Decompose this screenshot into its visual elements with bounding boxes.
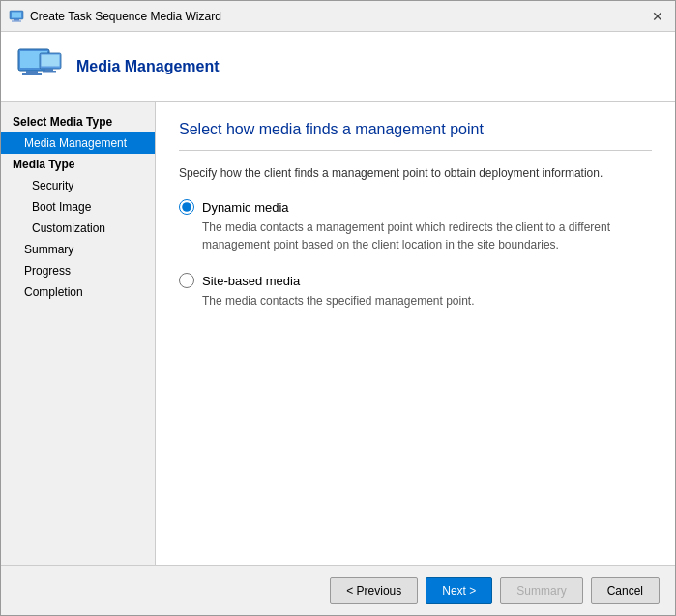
window-icon [9, 9, 24, 24]
radio-group: Dynamic media The media contacts a manag… [179, 199, 652, 309]
svg-rect-3 [12, 20, 21, 21]
site-based-desc: The media contacts the specified managem… [202, 292, 652, 309]
svg-rect-6 [26, 71, 38, 73]
dynamic-media-label[interactable]: Dynamic media [179, 199, 652, 215]
site-based-label[interactable]: Site-based media [179, 273, 652, 288]
content-area: Select Media Type Media Management Media… [1, 102, 675, 565]
main-panel: Select how media finds a management poin… [156, 102, 675, 565]
summary-button[interactable]: Summary [500, 577, 582, 604]
next-button[interactable]: Next > [426, 577, 492, 604]
dynamic-media-option: Dynamic media The media contacts a manag… [179, 199, 652, 253]
sidebar-item-media-management[interactable]: Media Management [1, 132, 155, 154]
dynamic-media-desc: The media contacts a management point wh… [202, 219, 652, 253]
sidebar-item-summary[interactable]: Summary [1, 239, 155, 260]
dynamic-media-text: Dynamic media [202, 200, 289, 215]
description: Specify how the client finds a managemen… [179, 166, 652, 180]
footer: < Previous Next > Summary Cancel [1, 565, 675, 615]
sidebar-item-boot-image[interactable]: Boot Image [1, 196, 155, 218]
wizard-window: Create Task Sequence Media Wizard ✕ Medi… [0, 0, 676, 616]
svg-rect-2 [14, 19, 19, 21]
svg-rect-10 [45, 69, 53, 71]
sidebar-mediatype-label: Media Type [1, 154, 155, 175]
svg-rect-9 [42, 54, 60, 66]
header: Media Management [1, 32, 675, 102]
svg-rect-7 [22, 73, 42, 75]
title-bar: Create Task Sequence Media Wizard ✕ [1, 1, 675, 32]
main-title: Select how media finds a management poin… [179, 121, 652, 138]
sidebar-item-security[interactable]: Security [1, 175, 155, 196]
dynamic-media-radio[interactable] [179, 199, 194, 215]
header-title: Media Management [76, 58, 220, 75]
title-bar-left: Create Task Sequence Media Wizard [9, 9, 221, 24]
sidebar-item-completion[interactable]: Completion [1, 281, 155, 303]
sidebar-item-customization[interactable]: Customization [1, 218, 155, 239]
cancel-button[interactable]: Cancel [591, 577, 660, 604]
previous-button[interactable]: < Previous [330, 577, 418, 604]
sidebar-section-label: Select Media Type [1, 111, 155, 132]
site-based-text: Site-based media [202, 274, 300, 288]
title-bar-text: Create Task Sequence Media Wizard [30, 10, 221, 23]
sidebar: Select Media Type Media Management Media… [1, 102, 156, 565]
site-based-radio[interactable] [179, 273, 194, 288]
header-icon [16, 44, 63, 90]
svg-rect-1 [12, 12, 21, 17]
svg-rect-11 [43, 71, 56, 73]
sidebar-item-progress[interactable]: Progress [1, 260, 155, 281]
close-button[interactable]: ✕ [648, 7, 667, 26]
divider [179, 150, 652, 151]
site-based-option: Site-based media The media contacts the … [179, 273, 652, 309]
